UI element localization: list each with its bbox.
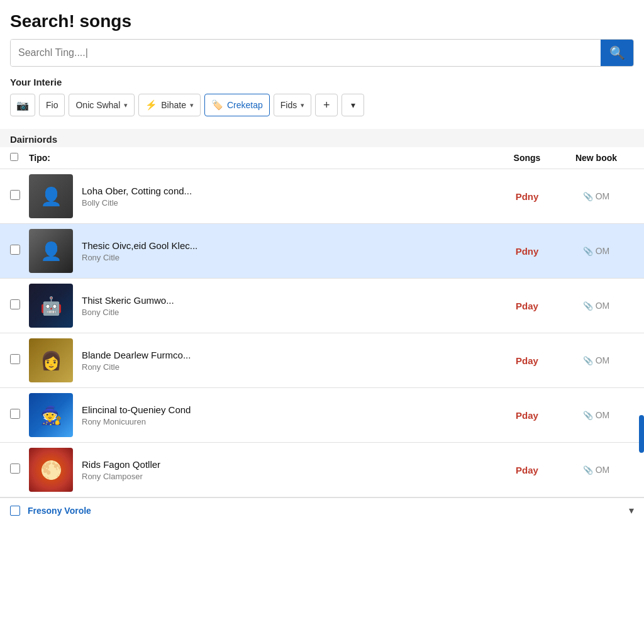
thumb-face-0: 👤 [29,174,73,218]
checkbox-3[interactable] [10,354,20,364]
header-check-col [10,152,29,164]
page-header: Search! songs Searchl Ting....| 🔍 Your I… [0,0,644,129]
clip-icon-4: 📎 [583,411,593,420]
camera-filter-btn[interactable]: 📷 [10,94,35,116]
row-songs-0: Pdny [496,191,558,202]
row-checkbox-2[interactable] [10,299,29,312]
row-title-1: Thesic Oivc,eid Gool Klec... [82,240,496,251]
chevron-down-icon-footer: ▾ [629,504,634,516]
row-info-3: Blande Dearlew Furmco... Rony Citle [82,350,496,372]
thumb-face-4: 🧙 [29,393,73,437]
search-input[interactable]: Searchl Ting....| [11,40,601,66]
row-songs-3: Pday [496,355,558,366]
row-thumbnail-5: 🌕 [29,448,73,492]
row-subtitle-1: Rony Citle [82,253,496,262]
filter-bar: 📷 Fio Onic Swhal ▾ ⚡ Bihate ▾ 🏷️ Creketa… [10,94,634,123]
thumb-face-5: 🌕 [29,448,73,492]
table-row[interactable]: 🤖 Thist Skeric Gumwo... Bony Citle Pday … [0,279,644,333]
row-newbook-1[interactable]: 📎 OM [558,246,634,256]
filter-pill-fio[interactable]: Fio [39,94,65,116]
clip-icon-1: 📎 [583,247,593,256]
search-icon: 🔍 [609,45,625,60]
row-thumbnail-1: 👤 [29,229,73,273]
row-checkbox-1[interactable] [10,245,29,257]
filter-pill-creketap[interactable]: 🏷️ Creketap [204,94,270,116]
more-filters-button[interactable]: ▾ [341,94,364,116]
add-filter-button[interactable]: + [315,94,338,116]
row-songs-5: Pday [496,465,558,475]
filter-pill-fids[interactable]: Fids ▾ [274,94,311,116]
chevron-down-icon-3: ▾ [301,101,304,109]
row-newbook-label-2: OM [596,301,610,311]
row-newbook-3[interactable]: 📎 OM [558,355,634,365]
row-newbook-label-3: OM [596,355,610,365]
row-info-4: Elincinal to-Queniey Cond Rony Monicuure… [82,404,496,426]
row-thumbnail-4: 🧙 [29,393,73,437]
table-header: Tipo: Songs New book [0,147,644,169]
row-checkbox-0[interactable] [10,190,29,203]
filter-pill-onic-swhal[interactable]: Onic Swhal ▾ [69,94,135,116]
chevron-down-icon: ▾ [124,101,128,109]
select-all-checkbox[interactable] [10,153,18,161]
row-title-4: Elincinal to-Queniey Cond [82,404,496,415]
camera-icon: 📷 [16,99,29,111]
table-row[interactable]: 👩 Blande Dearlew Furmco... Rony Citle Pd… [0,333,644,388]
row-title-2: Thist Skeric Gumwo... [82,295,496,306]
checkbox-1[interactable] [10,245,20,255]
checkbox-4[interactable] [10,409,20,419]
row-subtitle-3: Rony Citle [82,362,496,372]
row-newbook-label-0: OM [596,191,610,201]
more-icon: ▾ [351,100,355,110]
row-newbook-label-1: OM [596,246,610,256]
row-info-2: Thist Skeric Gumwo... Bony Citle [82,295,496,317]
row-songs-4: Pday [496,410,558,421]
header-songs: Songs [496,153,558,163]
row-checkbox-5[interactable] [10,464,29,476]
thumb-face-1: 👤 [29,229,73,273]
table-row[interactable]: 🧙 Elincinal to-Queniey Cond Rony Monicuu… [0,388,644,443]
search-button[interactable]: 🔍 [601,40,633,66]
row-thumbnail-2: 🤖 [29,284,73,328]
row-checkbox-3[interactable] [10,354,29,367]
row-newbook-2[interactable]: 📎 OM [558,301,634,311]
row-info-1: Thesic Oivc,eid Gool Klec... Rony Citle [82,240,496,262]
filter-fio-label: Fio [46,100,58,110]
clip-icon-5: 📎 [583,465,593,475]
filter-bihate-label: Bihate [161,100,186,110]
checkbox-0[interactable] [10,190,20,200]
thumb-face-3: 👩 [29,338,73,382]
footer-row[interactable]: Fresony Vorole ▾ [0,497,644,523]
row-title-0: Loha Ober, Cotting cond... [82,186,496,196]
section-title: Dairniords [0,129,644,147]
row-songs-2: Pday [496,301,558,311]
creketap-icon: 🏷️ [211,99,223,111]
row-subtitle-0: Bolly Citle [82,198,496,208]
row-info-0: Loha Ober, Cotting cond... Bolly Citle [82,186,496,208]
table-row[interactable]: 👤 Loha Ober, Cotting cond... Bolly Citle… [0,169,644,224]
row-songs-1: Pdny [496,246,558,257]
thumb-face-2: 🤖 [29,284,73,328]
filter-pill-bihate[interactable]: ⚡ Bihate ▾ [138,94,201,116]
row-newbook-4[interactable]: 📎 OM [558,410,634,420]
footer-checkbox[interactable] [10,506,20,516]
filter-onic-swhal-label: Onic Swhal [75,100,120,110]
bihate-icon: ⚡ [145,99,157,111]
table-row[interactable]: 👤 Thesic Oivc,eid Gool Klec... Rony Citl… [0,224,644,279]
scrollbar[interactable] [639,415,644,453]
row-checkbox-4[interactable] [10,409,29,421]
row-title-3: Blande Dearlew Furmco... [82,350,496,360]
search-bar: Searchl Ting....| 🔍 [10,39,634,67]
footer-label: Fresony Vorole [28,506,629,516]
row-title-5: Rids Fagon Qotller [82,459,496,470]
row-newbook-5[interactable]: 📎 OM [558,465,634,475]
row-newbook-0[interactable]: 📎 OM [558,191,634,201]
page-wrapper: Search! songs Searchl Ting....| 🔍 Your I… [0,0,644,644]
clip-icon-2: 📎 [583,301,593,311]
row-subtitle-2: Bony Citle [82,308,496,317]
checkbox-5[interactable] [10,464,20,474]
header-tipo: Tipo: [29,153,496,163]
row-subtitle-4: Rony Monicuuren [82,417,496,426]
checkbox-2[interactable] [10,299,20,309]
row-thumbnail-3: 👩 [29,338,73,382]
table-row[interactable]: 🌕 Rids Fagon Qotller Rony Clamposer Pday… [0,443,644,497]
